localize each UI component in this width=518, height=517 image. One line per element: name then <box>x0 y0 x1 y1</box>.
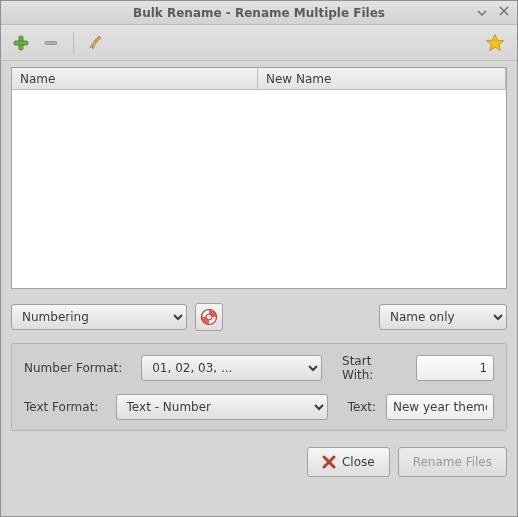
toolbar <box>1 25 517 61</box>
titlebar: Bulk Rename - Rename Multiple Files <box>1 1 517 25</box>
number-format-row: Number Format: 01, 02, 03, ... Start Wit… <box>24 354 494 382</box>
close-window-button[interactable] <box>497 4 511 18</box>
button-bar: Close Rename Files <box>11 447 507 481</box>
text-format-row: Text Format: Text - Number Text: <box>24 394 494 420</box>
start-with-label: Start With: <box>342 354 406 382</box>
close-button-label: Close <box>342 455 375 469</box>
text-format-label: Text Format: <box>24 400 106 414</box>
list-body <box>12 90 506 288</box>
toolbar-separator <box>73 32 74 54</box>
text-label: Text: <box>348 400 376 414</box>
column-name[interactable]: Name <box>12 68 258 89</box>
scope-select[interactable]: Name only <box>379 304 507 330</box>
content-area: Name New Name Numbering Name only <box>1 61 517 516</box>
text-format-select[interactable]: Text - Number <box>116 394 328 420</box>
window-controls <box>475 4 511 18</box>
minus-icon <box>42 34 60 52</box>
clear-button[interactable] <box>84 31 108 55</box>
lifebuoy-icon <box>200 308 218 326</box>
remove-files-button[interactable] <box>39 31 63 55</box>
close-icon <box>322 455 336 469</box>
close-button[interactable]: Close <box>307 447 390 477</box>
star-icon <box>485 33 505 53</box>
plus-icon <box>12 34 30 52</box>
mode-row: Numbering Name only <box>11 303 507 331</box>
options-pane: Number Format: 01, 02, 03, ... Start Wit… <box>11 343 507 431</box>
window-title: Bulk Rename - Rename Multiple Files <box>133 6 385 20</box>
file-list[interactable]: Name New Name <box>11 67 507 289</box>
broom-icon <box>87 34 105 52</box>
rename-files-button: Rename Files <box>398 447 507 477</box>
svg-point-4 <box>206 314 212 320</box>
add-files-button[interactable] <box>9 31 33 55</box>
number-format-label: Number Format: <box>24 361 131 375</box>
text-input[interactable] <box>386 394 494 420</box>
minimize-button[interactable] <box>475 4 489 18</box>
svg-rect-1 <box>14 41 28 45</box>
svg-rect-2 <box>45 41 57 44</box>
number-format-select[interactable]: 01, 02, 03, ... <box>141 355 322 381</box>
rename-mode-select[interactable]: Numbering <box>11 304 187 330</box>
favorite-button[interactable] <box>483 31 507 55</box>
help-button[interactable] <box>195 303 223 331</box>
rename-files-button-label: Rename Files <box>413 455 492 469</box>
column-new-name[interactable]: New Name <box>258 68 506 89</box>
list-header: Name New Name <box>12 68 506 90</box>
app-window: Bulk Rename - Rename Multiple Files <box>0 0 518 517</box>
start-with-input[interactable] <box>416 355 494 381</box>
